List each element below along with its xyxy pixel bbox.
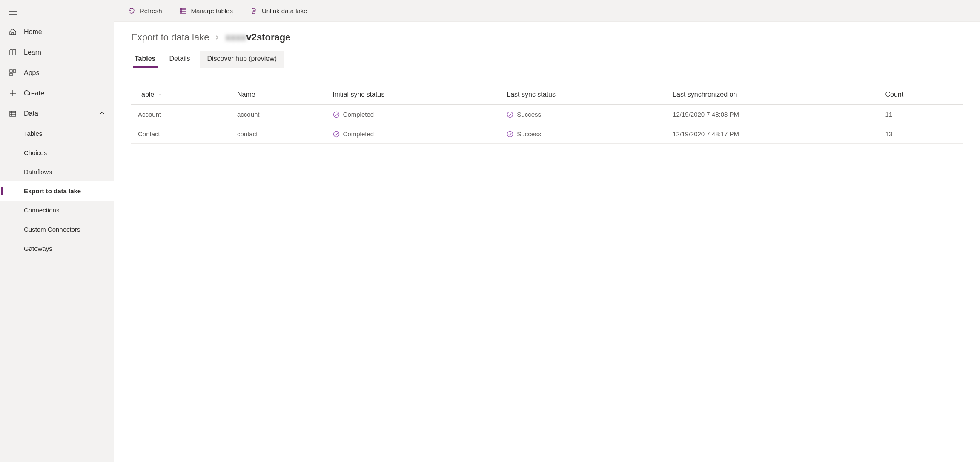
toolbar-btn-label: Refresh — [140, 7, 162, 14]
svg-point-17 — [333, 112, 339, 117]
sidebar-item-home[interactable]: Home — [0, 22, 114, 42]
breadcrumb-parent[interactable]: Export to data lake — [131, 32, 209, 43]
trash-icon — [250, 7, 258, 14]
svg-point-19 — [333, 131, 339, 137]
sidebar-item-create[interactable]: Create — [0, 83, 114, 103]
svg-rect-5 — [10, 73, 12, 76]
check-circle-icon — [507, 131, 513, 138]
cell-initial-sync: Completed — [326, 105, 500, 124]
sidebar-item-gateways[interactable]: Gateways — [0, 239, 114, 258]
cell-name: contact — [230, 124, 326, 144]
content-area: Export to data lake xxxxv2storage Tables… — [114, 22, 980, 462]
sidebar-item-apps[interactable]: Apps — [0, 63, 114, 83]
sidebar-item-label: Learn — [24, 49, 41, 56]
sidebar-item-learn[interactable]: Learn — [0, 42, 114, 63]
sidebar-item-label: Gateways — [24, 245, 52, 252]
toolbar-btn-label: Manage tables — [191, 7, 233, 14]
svg-point-18 — [507, 112, 513, 117]
chevron-up-icon — [99, 110, 105, 118]
tab-tables[interactable]: Tables — [131, 51, 159, 68]
breadcrumb: Export to data lake xxxxv2storage — [131, 32, 963, 43]
main-area: Refresh Manage tables Unlink data lake E… — [114, 0, 980, 462]
hamburger-menu[interactable] — [0, 3, 114, 22]
tab-discover-hub[interactable]: Discover hub (preview) — [200, 51, 284, 68]
cell-last-sync: Success — [500, 124, 666, 144]
tab-label: Details — [169, 55, 190, 62]
tab-details[interactable]: Details — [166, 51, 194, 68]
sidebar-item-export-to-data-lake[interactable]: Export to data lake — [0, 181, 114, 201]
cell-last-synced-on: 12/19/2020 7:48:17 PM — [666, 124, 878, 144]
sort-ascending-icon: ↑ — [159, 91, 162, 98]
refresh-icon — [128, 7, 135, 14]
svg-rect-3 — [10, 70, 12, 72]
sidebar-item-tables[interactable]: Tables — [0, 124, 114, 143]
cell-table: Account — [131, 105, 230, 124]
unlink-data-lake-button[interactable]: Unlink data lake — [246, 4, 311, 17]
cell-count: 11 — [878, 105, 963, 124]
col-header-last-synced-on[interactable]: Last synchronized on — [666, 85, 878, 105]
sidebar-item-dataflows[interactable]: Dataflows — [0, 162, 114, 181]
col-header-name[interactable]: Name — [230, 85, 326, 105]
breadcrumb-current: xxxxv2storage — [225, 32, 290, 43]
tabs: Tables Details Discover hub (preview) — [131, 51, 963, 68]
sidebar-item-label: Create — [24, 89, 44, 97]
check-circle-icon — [333, 131, 340, 138]
cell-name: account — [230, 105, 326, 124]
sidebar-item-choices[interactable]: Choices — [0, 143, 114, 162]
table-icon — [9, 109, 17, 118]
table-row[interactable]: Account account Completed — [131, 105, 963, 124]
book-icon — [9, 48, 17, 57]
refresh-button[interactable]: Refresh — [124, 4, 166, 17]
sidebar-item-label: Connections — [24, 207, 59, 214]
cell-count: 13 — [878, 124, 963, 144]
hamburger-icon — [9, 9, 17, 15]
svg-rect-8 — [10, 111, 16, 116]
tab-label: Tables — [135, 55, 156, 62]
sidebar-item-custom-connectors[interactable]: Custom Connectors — [0, 220, 114, 239]
sidebar-item-label: Export to data lake — [24, 187, 81, 195]
svg-rect-13 — [180, 8, 186, 13]
sidebar-item-label: Data — [24, 110, 38, 118]
plus-icon — [9, 89, 17, 98]
sidebar: Home Learn Apps Create Data Tables Choic… — [0, 0, 114, 462]
redacted-text: xxxx — [225, 32, 246, 43]
sidebar-item-label: Apps — [24, 69, 39, 77]
sidebar-item-label: Tables — [24, 130, 42, 137]
table-header-row: Table ↑ Name Initial sync status Last sy… — [131, 85, 963, 105]
sidebar-item-label: Home — [24, 28, 42, 36]
chevron-right-icon — [214, 32, 220, 43]
cell-last-sync: Success — [500, 105, 666, 124]
manage-tables-button[interactable]: Manage tables — [176, 4, 236, 17]
sidebar-item-label: Dataflows — [24, 168, 52, 175]
grid-icon — [9, 69, 17, 77]
col-header-table[interactable]: Table ↑ — [131, 85, 230, 105]
tables-grid: Table ↑ Name Initial sync status Last sy… — [131, 85, 963, 144]
col-header-last-sync[interactable]: Last sync status — [500, 85, 666, 105]
svg-rect-4 — [13, 70, 16, 72]
cell-table: Contact — [131, 124, 230, 144]
col-header-initial-sync[interactable]: Initial sync status — [326, 85, 500, 105]
table-row[interactable]: Contact contact Completed — [131, 124, 963, 144]
sidebar-item-label: Choices — [24, 149, 47, 156]
breadcrumb-current-suffix: v2storage — [246, 32, 290, 43]
check-circle-icon — [333, 111, 340, 118]
toolbar-btn-label: Unlink data lake — [262, 7, 307, 14]
sidebar-item-connections[interactable]: Connections — [0, 201, 114, 220]
tab-label: Discover hub (preview) — [207, 55, 277, 62]
col-header-count[interactable]: Count — [878, 85, 963, 105]
toolbar: Refresh Manage tables Unlink data lake — [114, 0, 980, 22]
cell-initial-sync: Completed — [326, 124, 500, 144]
table-list-icon — [179, 7, 187, 14]
sidebar-item-data[interactable]: Data — [0, 103, 114, 124]
home-icon — [9, 28, 17, 36]
check-circle-icon — [507, 111, 513, 118]
cell-last-synced-on: 12/19/2020 7:48:03 PM — [666, 105, 878, 124]
sidebar-item-label: Custom Connectors — [24, 226, 80, 233]
svg-point-20 — [507, 131, 513, 137]
